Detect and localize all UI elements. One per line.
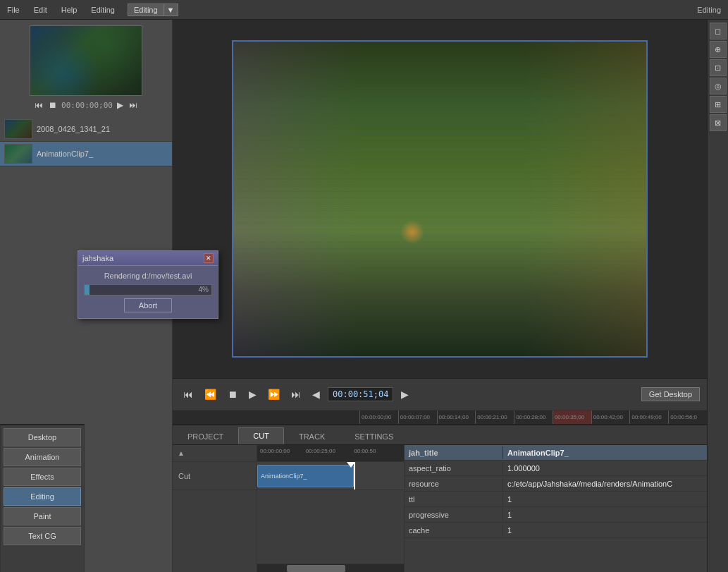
- stop-button[interactable]: ⏹: [47, 99, 58, 111]
- tool-button-6[interactable]: ⊠: [710, 114, 727, 131]
- playback-controls: ⏮ ⏪ ⏹ ▶ ⏩ ⏭ ◀ 00:00:51;04 ▶ Get Desktop: [173, 378, 707, 410]
- ruler-mark: 00:00:21;00: [475, 410, 514, 424]
- step-forward-button[interactable]: ⏩: [264, 387, 283, 402]
- timeline-clip[interactable]: AnimationClip7_: [257, 465, 354, 487]
- clip-thumbnail: [30, 25, 142, 96]
- track-label-cut: Cut: [173, 462, 257, 490]
- workspace-dropdown[interactable]: ▼: [164, 4, 178, 16]
- sidebar-animation-button[interactable]: Animation: [4, 448, 81, 466]
- media-thumb: [4, 144, 32, 164]
- dialog-close-button[interactable]: ✕: [204, 253, 214, 263]
- playhead-marker: [347, 462, 355, 468]
- right-properties-panel: jah_title AnimationClip7_ aspect_ratio 1…: [404, 445, 707, 572]
- bottom-area: PROJECT CUT TRACK SETTINGS ▲ Cut: [173, 424, 707, 572]
- workspace-selector: Editing ▼: [128, 4, 178, 16]
- ruler-mark: 00:00:14;00: [437, 410, 476, 424]
- prop-val: 1: [503, 524, 707, 537]
- tool-button-1[interactable]: ◻: [710, 23, 727, 39]
- media-label-selected: AnimationClip7_: [37, 150, 93, 158]
- timeline-h-scrollbar[interactable]: [257, 564, 404, 572]
- tool-button-4[interactable]: ◎: [710, 78, 727, 95]
- clip-controls: ⏮ ⏹ 00:00:00;00 ▶ ⏭: [33, 99, 139, 111]
- fast-forward-button[interactable]: ⏭: [288, 387, 304, 402]
- tab-cut[interactable]: CUT: [238, 427, 284, 444]
- sidebar-effects-button[interactable]: Effects: [4, 468, 81, 486]
- prop-key: resource: [405, 477, 503, 490]
- menu-file[interactable]: File: [0, 3, 27, 17]
- play-button[interactable]: ▶: [245, 387, 260, 402]
- render-dialog: jahshaka ✕ Rendering d:/mov/test.avi 4% …: [78, 250, 218, 319]
- skip-forward-button[interactable]: ⏭: [128, 99, 139, 111]
- step-back-button[interactable]: ⏪: [201, 387, 220, 402]
- dialog-body: Rendering d:/mov/test.avi 4% Abort: [78, 266, 218, 318]
- progress-bar-fill: [85, 285, 90, 295]
- prop-key: cache: [405, 524, 503, 537]
- ruler-mark: 00:00:49;00: [629, 410, 668, 424]
- prop-row: aspect_ratio 1.000000: [405, 461, 707, 476]
- abort-button[interactable]: Abort: [124, 298, 172, 312]
- menu-bar: File Edit Help Editing Editing ▼ Editing: [0, 0, 728, 20]
- prop-key: ttl: [405, 493, 503, 506]
- media-item[interactable]: 2008_0426_1341_21: [0, 117, 172, 142]
- ruler-mark: 00:00:56;0: [668, 410, 707, 424]
- timeline-time-row: 00:00:00;00 00:00:25;00 00:00:50: [257, 445, 404, 462]
- bottom-main: PROJECT CUT TRACK SETTINGS ▲ Cut: [173, 425, 707, 572]
- ruler-marks: 00:00:00;00 00:00:07;00 00:00:14;00 00:0…: [359, 410, 707, 424]
- media-label: 2008_0426_1341_21: [37, 125, 110, 133]
- get-desktop-button[interactable]: Get Desktop: [641, 387, 700, 401]
- timeline-track-row: AnimationClip7_: [257, 462, 404, 490]
- sidebar-editing-button[interactable]: Editing: [4, 487, 81, 506]
- stop-button[interactable]: ⏹: [224, 387, 241, 402]
- tl-ctrl-up[interactable]: ▲: [175, 449, 187, 458]
- timeline-ruler: 00:00:00;00 00:00:07;00 00:00:14;00 00:0…: [173, 410, 707, 424]
- prop-val: c:/etc/app/Jahshaka//media/renders/Anima…: [503, 477, 707, 490]
- menu-edit[interactable]: Edit: [27, 3, 54, 17]
- prop-row: progressive 1: [405, 507, 707, 523]
- timeline-content: ▲ Cut 00:00:00;00 00:00:25;00 00:00:50: [173, 445, 707, 572]
- sidebar-desktop-button[interactable]: Desktop: [4, 428, 81, 446]
- media-item[interactable]: AnimationClip7_: [0, 142, 172, 166]
- timeline-controls-row: ▲: [173, 445, 257, 462]
- center-area: ⏮ ⏪ ⏹ ▶ ⏩ ⏭ ◀ 00:00:51;04 ▶ Get Desktop …: [173, 20, 707, 572]
- workspace-button[interactable]: Editing: [128, 4, 164, 16]
- prop-key: jah_title: [405, 446, 503, 459]
- play-button[interactable]: ▶: [116, 99, 125, 111]
- timecode-display: 00:00:51;04: [328, 387, 393, 401]
- prop-row: resource c:/etc/app/Jahshaka//media/rend…: [405, 476, 707, 492]
- next-frame-button[interactable]: ▶: [397, 387, 412, 402]
- right-tool-panel: ◻ ⊕ ⊡ ◎ ⊞ ⊠: [707, 20, 728, 572]
- prop-val: 1.000000: [503, 462, 707, 475]
- dialog-title-bar: jahshaka ✕: [78, 251, 218, 266]
- bottom-tab-bar: PROJECT CUT TRACK SETTINGS: [173, 425, 707, 445]
- prop-val: 1: [503, 509, 707, 521]
- prop-key: aspect_ratio: [405, 462, 503, 475]
- tool-button-2[interactable]: ⊕: [710, 41, 727, 58]
- menu-editing[interactable]: Editing: [84, 3, 122, 17]
- video-preview: [173, 20, 707, 378]
- tool-button-3[interactable]: ⊡: [710, 59, 727, 76]
- prop-row: cache 1: [405, 523, 707, 538]
- clip-name-label: AnimationClip7_: [261, 473, 307, 480]
- timeline-left: ▲ Cut: [173, 445, 257, 572]
- tl-time-end: 00:00:50: [354, 448, 376, 454]
- tool-button-5[interactable]: ⊞: [710, 96, 727, 113]
- tab-project[interactable]: PROJECT: [173, 428, 238, 444]
- ruler-mark: 00:00:42;00: [591, 410, 630, 424]
- h-scrollbar-thumb: [287, 565, 345, 572]
- prop-val: 1: [503, 493, 707, 506]
- tab-settings[interactable]: SETTINGS: [340, 428, 408, 444]
- prop-key: progressive: [405, 509, 503, 521]
- tl-time-mid: 00:00:25;00: [306, 448, 335, 454]
- ruler-mark: 00:00:00;00: [359, 410, 398, 424]
- sidebar-paint-button[interactable]: Paint: [4, 507, 81, 525]
- menu-help[interactable]: Help: [54, 3, 85, 17]
- clip-preview: ⏮ ⏹ 00:00:00;00 ▶ ⏭: [0, 20, 172, 117]
- skip-back-button[interactable]: ⏮: [33, 99, 44, 111]
- ruler-mark: 00:00:07;00: [398, 410, 437, 424]
- media-thumb: [4, 119, 32, 139]
- prev-frame-button[interactable]: ◀: [309, 387, 323, 402]
- rewind-button[interactable]: ⏮: [180, 387, 197, 402]
- sidebar-textcg-button[interactable]: Text CG: [4, 527, 81, 545]
- tab-track[interactable]: TRACK: [284, 428, 340, 444]
- progress-bar-container: 4%: [84, 284, 212, 296]
